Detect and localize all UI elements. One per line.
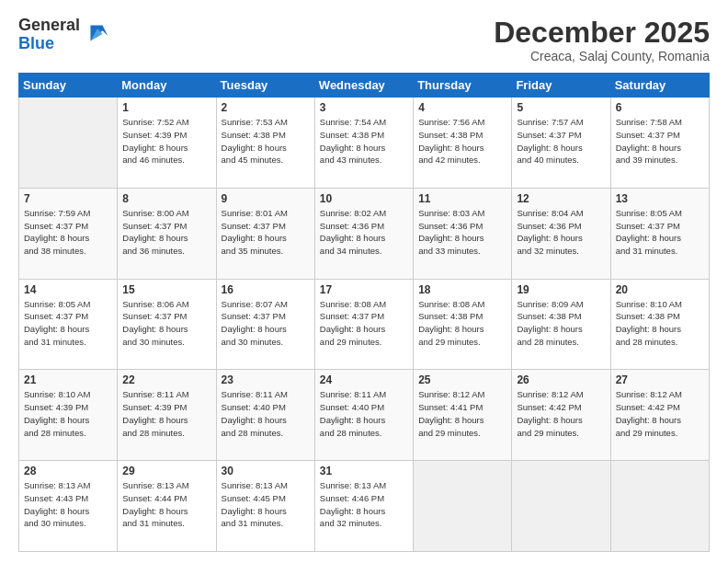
calendar-cell: 12Sunrise: 8:04 AM Sunset: 4:36 PM Dayli… <box>512 188 610 279</box>
day-info: Sunrise: 8:03 AM Sunset: 4:36 PM Dayligh… <box>418 207 506 258</box>
calendar-cell: 8Sunrise: 8:00 AM Sunset: 4:37 PM Daylig… <box>118 188 216 279</box>
calendar-cell: 24Sunrise: 8:11 AM Sunset: 4:40 PM Dayli… <box>314 370 413 461</box>
day-info: Sunrise: 8:11 AM Sunset: 4:40 PM Dayligh… <box>222 388 310 439</box>
calendar-cell: 21Sunrise: 8:10 AM Sunset: 4:39 PM Dayli… <box>19 370 118 461</box>
day-info: Sunrise: 8:01 AM Sunset: 4:37 PM Dayligh… <box>222 207 310 258</box>
day-number: 28 <box>24 465 112 477</box>
calendar-week-4: 21Sunrise: 8:10 AM Sunset: 4:39 PM Dayli… <box>19 370 710 461</box>
day-info: Sunrise: 8:13 AM Sunset: 4:45 PM Dayligh… <box>222 479 310 530</box>
calendar-week-3: 14Sunrise: 8:05 AM Sunset: 4:37 PM Dayli… <box>19 279 710 370</box>
calendar-cell: 16Sunrise: 8:07 AM Sunset: 4:37 PM Dayli… <box>216 279 314 370</box>
calendar-cell <box>19 98 118 189</box>
calendar-cell <box>512 461 610 552</box>
day-info: Sunrise: 8:02 AM Sunset: 4:36 PM Dayligh… <box>320 207 408 258</box>
day-number: 5 <box>517 101 605 114</box>
day-info: Sunrise: 8:13 AM Sunset: 4:44 PM Dayligh… <box>122 479 210 530</box>
calendar-cell: 17Sunrise: 8:08 AM Sunset: 4:37 PM Dayli… <box>314 279 413 370</box>
day-number: 13 <box>616 192 704 205</box>
day-number: 22 <box>122 373 210 386</box>
calendar-cell: 18Sunrise: 8:08 AM Sunset: 4:38 PM Dayli… <box>414 279 512 370</box>
day-number: 15 <box>122 283 210 296</box>
day-info: Sunrise: 7:52 AM Sunset: 4:39 PM Dayligh… <box>122 116 210 167</box>
day-info: Sunrise: 7:53 AM Sunset: 4:38 PM Dayligh… <box>222 116 310 167</box>
day-info: Sunrise: 8:12 AM Sunset: 4:42 PM Dayligh… <box>517 388 605 439</box>
calendar-week-2: 7Sunrise: 7:59 AM Sunset: 4:37 PM Daylig… <box>19 188 710 279</box>
weekday-header-tuesday: Tuesday <box>216 74 314 98</box>
weekday-header-monday: Monday <box>118 74 216 98</box>
day-info: Sunrise: 8:06 AM Sunset: 4:37 PM Dayligh… <box>122 298 210 349</box>
calendar-cell: 28Sunrise: 8:13 AM Sunset: 4:43 PM Dayli… <box>19 461 118 552</box>
calendar-cell: 23Sunrise: 8:11 AM Sunset: 4:40 PM Dayli… <box>216 370 314 461</box>
calendar-cell: 29Sunrise: 8:13 AM Sunset: 4:44 PM Dayli… <box>118 461 216 552</box>
day-info: Sunrise: 8:13 AM Sunset: 4:43 PM Dayligh… <box>24 479 112 530</box>
day-number: 17 <box>320 283 408 296</box>
day-info: Sunrise: 8:10 AM Sunset: 4:39 PM Dayligh… <box>24 388 112 439</box>
calendar-cell: 4Sunrise: 7:56 AM Sunset: 4:38 PM Daylig… <box>414 98 512 189</box>
weekday-header-thursday: Thursday <box>414 74 512 98</box>
day-info: Sunrise: 8:09 AM Sunset: 4:38 PM Dayligh… <box>517 298 605 349</box>
logo-text: General Blue <box>18 17 80 53</box>
calendar-cell: 11Sunrise: 8:03 AM Sunset: 4:36 PM Dayli… <box>414 188 512 279</box>
calendar-cell: 6Sunrise: 7:58 AM Sunset: 4:37 PM Daylig… <box>610 98 709 189</box>
calendar-cell: 7Sunrise: 7:59 AM Sunset: 4:37 PM Daylig… <box>19 188 118 279</box>
calendar-cell: 26Sunrise: 8:12 AM Sunset: 4:42 PM Dayli… <box>512 370 610 461</box>
day-info: Sunrise: 7:56 AM Sunset: 4:38 PM Dayligh… <box>418 116 506 167</box>
day-info: Sunrise: 8:05 AM Sunset: 4:37 PM Dayligh… <box>616 207 704 258</box>
day-number: 14 <box>24 283 112 296</box>
day-info: Sunrise: 7:59 AM Sunset: 4:37 PM Dayligh… <box>24 207 112 258</box>
title-block: December 2025 Creaca, Salaj County, Roma… <box>494 17 710 63</box>
calendar-cell: 25Sunrise: 8:12 AM Sunset: 4:41 PM Dayli… <box>414 370 512 461</box>
header: General Blue December 2025 Creaca, Salaj… <box>18 17 710 63</box>
calendar-cell: 19Sunrise: 8:09 AM Sunset: 4:38 PM Dayli… <box>512 279 610 370</box>
calendar-cell: 13Sunrise: 8:05 AM Sunset: 4:37 PM Dayli… <box>610 188 709 279</box>
calendar-cell: 1Sunrise: 7:52 AM Sunset: 4:39 PM Daylig… <box>118 98 216 189</box>
day-info: Sunrise: 8:08 AM Sunset: 4:38 PM Dayligh… <box>418 298 506 349</box>
location: Creaca, Salaj County, Romania <box>494 49 710 63</box>
day-number: 21 <box>24 373 112 386</box>
day-number: 12 <box>517 192 605 205</box>
day-number: 1 <box>122 101 210 114</box>
logo-blue: Blue <box>18 35 80 53</box>
day-info: Sunrise: 8:00 AM Sunset: 4:37 PM Dayligh… <box>122 207 210 258</box>
day-number: 2 <box>222 101 310 114</box>
page: General Blue December 2025 Creaca, Salaj… <box>0 0 728 563</box>
day-number: 3 <box>320 101 408 114</box>
calendar-cell: 10Sunrise: 8:02 AM Sunset: 4:36 PM Dayli… <box>314 188 413 279</box>
weekday-header-saturday: Saturday <box>610 74 709 98</box>
calendar-cell: 31Sunrise: 8:13 AM Sunset: 4:46 PM Dayli… <box>314 461 413 552</box>
weekday-header-sunday: Sunday <box>19 74 118 98</box>
day-number: 7 <box>24 192 112 205</box>
day-info: Sunrise: 7:58 AM Sunset: 4:37 PM Dayligh… <box>616 116 704 167</box>
day-number: 10 <box>320 192 408 205</box>
logo: General Blue <box>18 17 109 53</box>
day-info: Sunrise: 8:11 AM Sunset: 4:40 PM Dayligh… <box>320 388 408 439</box>
day-info: Sunrise: 8:12 AM Sunset: 4:41 PM Dayligh… <box>418 388 506 439</box>
day-number: 30 <box>222 465 310 477</box>
day-info: Sunrise: 8:11 AM Sunset: 4:39 PM Dayligh… <box>122 388 210 439</box>
calendar-cell: 9Sunrise: 8:01 AM Sunset: 4:37 PM Daylig… <box>216 188 314 279</box>
day-number: 11 <box>418 192 506 205</box>
day-number: 31 <box>320 465 408 477</box>
calendar-cell: 22Sunrise: 8:11 AM Sunset: 4:39 PM Dayli… <box>118 370 216 461</box>
day-number: 9 <box>222 192 310 205</box>
day-number: 27 <box>616 373 704 386</box>
day-info: Sunrise: 7:54 AM Sunset: 4:38 PM Dayligh… <box>320 116 408 167</box>
day-number: 23 <box>222 373 310 386</box>
calendar-cell <box>414 461 512 552</box>
day-number: 6 <box>616 101 704 114</box>
calendar-cell <box>610 461 709 552</box>
day-number: 18 <box>418 283 506 296</box>
calendar-cell: 3Sunrise: 7:54 AM Sunset: 4:38 PM Daylig… <box>314 98 413 189</box>
day-number: 16 <box>222 283 310 296</box>
calendar-cell: 15Sunrise: 8:06 AM Sunset: 4:37 PM Dayli… <box>118 279 216 370</box>
calendar-week-1: 1Sunrise: 7:52 AM Sunset: 4:39 PM Daylig… <box>19 98 710 189</box>
calendar-cell: 20Sunrise: 8:10 AM Sunset: 4:38 PM Dayli… <box>610 279 709 370</box>
calendar-cell: 30Sunrise: 8:13 AM Sunset: 4:45 PM Dayli… <box>216 461 314 552</box>
weekday-header-friday: Friday <box>512 74 610 98</box>
day-number: 26 <box>517 373 605 386</box>
day-number: 8 <box>122 192 210 205</box>
month-title: December 2025 <box>494 17 710 49</box>
day-number: 19 <box>517 283 605 296</box>
weekday-header-wednesday: Wednesday <box>314 74 413 98</box>
calendar-week-5: 28Sunrise: 8:13 AM Sunset: 4:43 PM Dayli… <box>19 461 710 552</box>
